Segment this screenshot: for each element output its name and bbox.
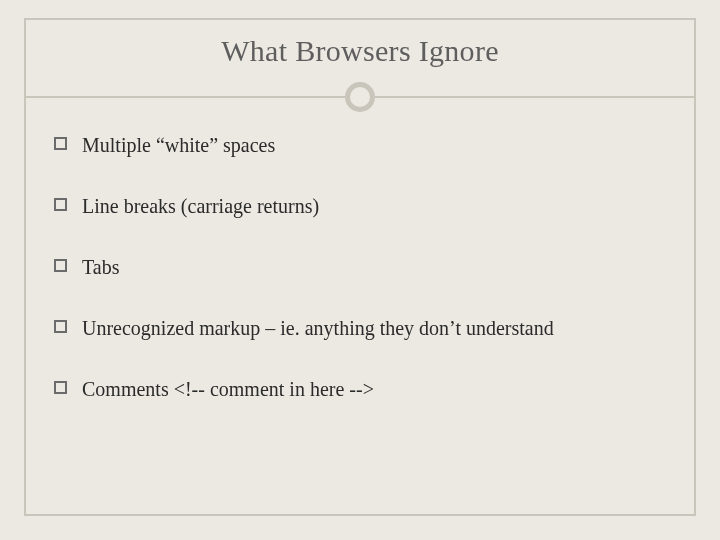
bullet-text: Tabs — [82, 256, 119, 278]
slide: What Browsers Ignore Multiple “white” sp… — [0, 0, 720, 540]
checkbox-icon — [54, 381, 67, 394]
bullet-text: Comments <!-- comment in here --> — [82, 378, 374, 400]
title-divider — [54, 78, 666, 118]
list-item: Line breaks (carriage returns) — [54, 193, 666, 220]
bullet-text: Multiple “white” spaces — [82, 134, 275, 156]
list-item: Unrecognized markup – ie. anything they … — [54, 315, 666, 342]
slide-title: What Browsers Ignore — [54, 34, 666, 68]
list-item: Tabs — [54, 254, 666, 281]
checkbox-icon — [54, 259, 67, 272]
bullet-text: Line breaks (carriage returns) — [82, 195, 319, 217]
checkbox-icon — [54, 137, 67, 150]
list-item: Comments <!-- comment in here --> — [54, 376, 666, 403]
slide-frame: What Browsers Ignore Multiple “white” sp… — [24, 18, 696, 516]
list-item: Multiple “white” spaces — [54, 132, 666, 159]
checkbox-icon — [54, 198, 67, 211]
divider-circle-icon — [345, 82, 375, 112]
bullet-list: Multiple “white” spaces Line breaks (car… — [54, 132, 666, 403]
checkbox-icon — [54, 320, 67, 333]
bullet-text: Unrecognized markup – ie. anything they … — [82, 317, 554, 339]
